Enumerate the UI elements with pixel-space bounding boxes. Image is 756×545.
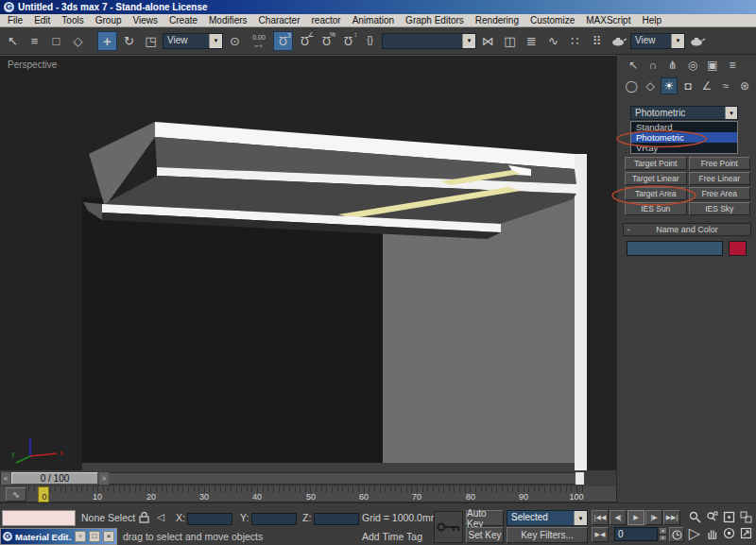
track-bar[interactable]: ∿ 0 10 20 30 40 50 60 70 80 90 100 [0, 486, 616, 502]
percent-snap-button[interactable]: Ω% [317, 31, 336, 51]
tab-display[interactable]: ▣ [704, 57, 721, 73]
align-button[interactable]: ◫ [500, 31, 520, 51]
tab-hierarchy[interactable]: ⋔ [664, 57, 681, 73]
pan-button[interactable] [703, 525, 720, 541]
key-filters-button[interactable]: Key Filters... [507, 527, 588, 543]
title-bar[interactable]: G Untitled - 3ds max 7 - Stand-alone Lic… [0, 0, 756, 14]
target-area-button[interactable]: Target Area [625, 187, 687, 200]
target-point-button[interactable]: Target Point [625, 157, 687, 170]
render-type-dropdown[interactable]: View ▼ [630, 33, 685, 49]
selection-lock-icon[interactable] [139, 511, 149, 523]
perspective-viewport[interactable]: Perspective y x [0, 55, 616, 470]
viewport-label[interactable]: Perspective [8, 60, 57, 70]
chevron-down-icon[interactable]: ▼ [725, 107, 737, 119]
spinner-up-icon[interactable]: ▲ [659, 527, 667, 535]
snap-spinner-display[interactable]: 0.00⌐∘ [247, 31, 271, 51]
play-button[interactable]: ▶ [627, 510, 644, 525]
chevron-down-icon[interactable]: ▼ [462, 34, 475, 48]
zoom-button[interactable] [686, 509, 703, 525]
selection-region-button[interactable]: □ [46, 31, 66, 51]
time-configuration-button[interactable] [669, 527, 684, 542]
free-area-button[interactable]: Free Area [689, 187, 751, 200]
target-linear-button[interactable]: Target Linear [625, 172, 687, 185]
mirror-button[interactable]: ⋈ [478, 31, 498, 51]
menu-edit[interactable]: Edit [28, 15, 56, 26]
menu-create[interactable]: Create [163, 15, 203, 26]
next-frame-button[interactable]: |▶ [645, 510, 662, 525]
frame-spinner[interactable]: ▲ ▼ [659, 527, 667, 541]
zoom-extents-button[interactable] [720, 509, 737, 525]
zoom-all-button[interactable] [703, 509, 720, 525]
chevron-down-icon[interactable]: ▼ [574, 511, 587, 525]
key-mode-dropdown[interactable]: Selected ▼ [507, 510, 588, 526]
maxscript-mini-listener[interactable] [2, 510, 76, 526]
menu-file[interactable]: File [2, 15, 28, 26]
min-max-toggle-button[interactable] [737, 525, 754, 541]
category-systems[interactable]: ⊛ [736, 77, 753, 94]
free-linear-button[interactable]: Free Linear [689, 172, 751, 185]
curve-editor-button[interactable]: ∿ [543, 31, 563, 51]
z-coordinate-field[interactable] [314, 513, 359, 525]
material-editor-taskbar-item[interactable]: G Material Edit... ▫ □ × [0, 528, 117, 545]
menu-modifiers[interactable]: Modifiers [203, 15, 253, 26]
zoom-extents-all-button[interactable] [737, 509, 754, 525]
tab-modify[interactable]: ∩ [644, 57, 662, 73]
option-photometric[interactable]: Photometric [631, 132, 737, 143]
next-frame-arrow[interactable]: > [99, 472, 109, 485]
schematic-view-button[interactable]: ∷ [565, 31, 585, 51]
option-standard[interactable]: Standard [631, 122, 737, 132]
reference-coordinate-dropdown[interactable]: View ▼ [163, 33, 223, 49]
spinner-snap-button[interactable]: Ω↕ [338, 31, 358, 51]
category-space-warps[interactable]: ≈ [717, 77, 734, 94]
mini-curve-editor-button[interactable]: ∿ [6, 487, 26, 502]
menu-character[interactable]: Character [253, 15, 306, 26]
angle-snap-button[interactable]: Ω∠ [295, 31, 315, 51]
restore-window-button[interactable]: ▫ [75, 531, 86, 542]
scale-tool-button[interactable]: ◳ [141, 31, 161, 51]
auto-key-button[interactable]: Auto Key [466, 510, 504, 526]
tab-motion[interactable]: ◎ [684, 57, 701, 73]
arc-rotate-button[interactable] [720, 525, 737, 541]
previous-frame-arrow[interactable]: < [1, 472, 10, 485]
ies-sun-button[interactable]: IES Sun [625, 202, 687, 215]
menu-views[interactable]: Views [128, 15, 164, 26]
menu-reactor[interactable]: reactor [306, 15, 347, 26]
category-cameras[interactable]: ◘ [679, 77, 696, 94]
ies-sky-button[interactable]: IES Sky [689, 202, 751, 215]
free-point-button[interactable]: Free Point [689, 157, 751, 170]
use-pivot-center-button[interactable]: ⊙ [225, 31, 245, 51]
layer-manager-button[interactable]: ≣ [522, 31, 541, 51]
category-helpers[interactable]: ∠ [698, 77, 715, 94]
select-by-name-button[interactable]: ≡ [25, 31, 44, 51]
material-editor-button[interactable]: ⠿ [587, 31, 607, 51]
category-geometry[interactable]: ◯ [623, 77, 640, 94]
option-vray[interactable]: VRay [631, 143, 737, 153]
light-type-dropdown[interactable]: Photometric ▼ [630, 106, 738, 120]
go-to-start-button[interactable]: |◀◀ [592, 510, 609, 525]
absolute-offset-toggle[interactable]: ◁ [157, 511, 164, 522]
key-mode-toggle-button[interactable]: ▶◀ [592, 527, 609, 542]
menu-graph-editors[interactable]: Graph Editors [400, 15, 470, 26]
category-lights[interactable]: ☀ [661, 77, 678, 94]
chevron-down-icon[interactable]: ▼ [671, 34, 684, 48]
tab-create[interactable]: ↖ [625, 57, 642, 73]
close-window-button[interactable]: × [103, 531, 114, 542]
field-of-view-button[interactable]: ▷ [686, 525, 703, 541]
object-name-field[interactable] [627, 241, 723, 256]
name-and-color-rollout[interactable]: - Name and Color [623, 223, 751, 236]
chevron-down-icon[interactable]: ▼ [209, 34, 222, 48]
quick-render-button[interactable] [687, 31, 707, 51]
tab-utilities[interactable]: ≡ [724, 57, 741, 73]
menu-maxscript[interactable]: MAXScript [580, 15, 636, 26]
category-shapes[interactable]: ◇ [642, 77, 659, 94]
menu-customize[interactable]: Customize [524, 15, 580, 26]
move-tool-button[interactable]: + [97, 31, 117, 51]
rotate-tool-button[interactable]: ↻ [119, 31, 139, 51]
maximize-window-button[interactable]: □ [89, 531, 100, 542]
select-tool-button[interactable]: ↖ [3, 31, 23, 51]
window-crossing-button[interactable]: ◇ [68, 31, 88, 51]
add-time-tag[interactable]: Add Time Tag [362, 531, 422, 542]
object-color-swatch[interactable] [729, 241, 747, 256]
named-selection-dropdown[interactable]: ▼ [382, 33, 476, 49]
set-key-toggle-button[interactable] [434, 511, 463, 543]
